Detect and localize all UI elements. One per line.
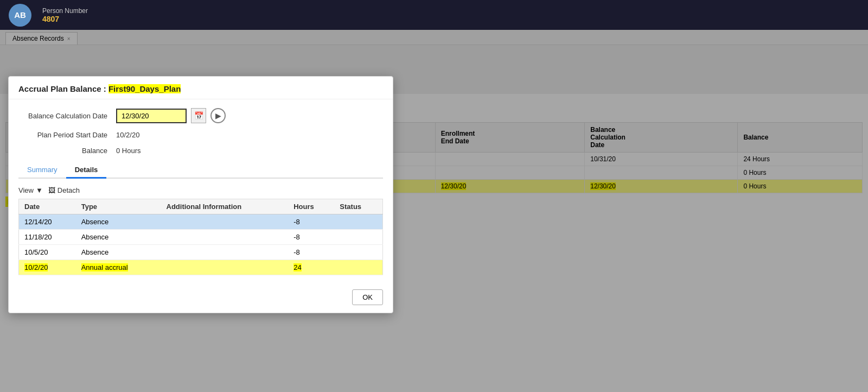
accrual-plan-balance-modal: Accrual Plan Balance : First90_Days_Plan… bbox=[8, 76, 393, 313]
modal-footer: OK bbox=[9, 284, 393, 313]
modal-body: Balance Calculation Date 📅 ▶ Plan Period… bbox=[9, 99, 393, 284]
person-label: Person Number bbox=[42, 7, 88, 15]
top-header-bar: AB Person Number 4807 bbox=[0, 0, 868, 30]
balance-label: Balance bbox=[18, 147, 116, 155]
table-row[interactable]: 10/5/20Absence-8 bbox=[19, 245, 383, 260]
person-info: Person Number 4807 bbox=[42, 7, 88, 23]
plan-period-start-label: Plan Period Start Date bbox=[18, 131, 116, 139]
view-dropdown-icon: ▼ bbox=[36, 186, 43, 194]
tab-details[interactable]: Details bbox=[66, 162, 107, 179]
modal-header: Accrual Plan Balance : First90_Days_Plan bbox=[9, 77, 393, 99]
person-number: 4807 bbox=[42, 15, 88, 23]
ok-button[interactable]: OK bbox=[352, 289, 383, 305]
avatar: AB bbox=[9, 4, 31, 27]
modal-title-plan: First90_Days_Plan bbox=[108, 84, 181, 93]
col-hours: Hours bbox=[288, 199, 334, 214]
balance-row: Balance 0 Hours bbox=[18, 147, 383, 155]
table-row[interactable]: 11/18/20Absence-8 bbox=[19, 230, 383, 245]
col-status: Status bbox=[334, 199, 382, 214]
table-row[interactable]: 10/2/20Annual accrual24 bbox=[19, 260, 383, 275]
col-type: Type bbox=[76, 199, 161, 214]
detach-icon: 🖼 bbox=[48, 186, 55, 194]
balance-calc-label: Balance Calculation Date bbox=[18, 112, 116, 120]
detach-button[interactable]: 🖼 Detach bbox=[48, 186, 80, 194]
details-table: Date Type Additional Information Hours S… bbox=[18, 199, 383, 275]
main-content: Absence Records × ▼ ▶ Type Status Enroll… bbox=[0, 30, 868, 392]
col-additional: Additional Information bbox=[161, 199, 289, 214]
view-label: View bbox=[18, 186, 34, 194]
tab-summary[interactable]: Summary bbox=[18, 162, 66, 179]
table-row[interactable]: 12/14/20Absence-8 bbox=[19, 214, 383, 230]
go-arrow-button[interactable]: ▶ bbox=[210, 108, 226, 123]
balance-value: 0 Hours bbox=[116, 147, 141, 155]
balance-calc-input[interactable] bbox=[116, 109, 187, 123]
modal-tabs: Summary Details bbox=[18, 162, 383, 179]
view-button[interactable]: View ▼ bbox=[18, 186, 43, 194]
balance-calc-input-wrapper: 📅 ▶ bbox=[116, 108, 226, 123]
plan-period-start-row: Plan Period Start Date 10/2/20 bbox=[18, 131, 383, 139]
modal-title-prefix: Accrual Plan Balance : bbox=[18, 84, 108, 93]
balance-calc-row: Balance Calculation Date 📅 ▶ bbox=[18, 108, 383, 123]
plan-period-start-value: 10/2/20 bbox=[116, 131, 139, 139]
col-date: Date bbox=[19, 199, 76, 214]
modal-overlay: Accrual Plan Balance : First90_Days_Plan… bbox=[0, 30, 868, 392]
detach-label: Detach bbox=[58, 186, 80, 194]
details-toolbar: View ▼ 🖼 Detach bbox=[18, 186, 383, 194]
calendar-icon-button[interactable]: 📅 bbox=[191, 108, 206, 123]
